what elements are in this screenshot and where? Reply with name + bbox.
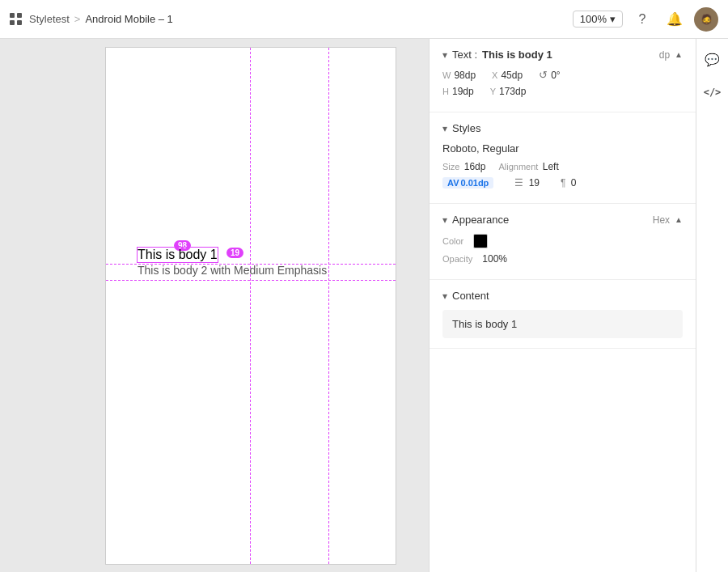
size-key: Size bbox=[442, 162, 459, 172]
avatar[interactable]: 🧔 bbox=[694, 7, 718, 32]
text-header: ▾ Text : This is body 1 dp ▲ bbox=[442, 49, 683, 61]
size-label: Size 16dp bbox=[442, 161, 485, 172]
canvas-text-body1[interactable]: This is body 1 bbox=[138, 248, 218, 262]
guide-horizontal-2 bbox=[106, 280, 396, 281]
zoom-selector[interactable]: 100% ▾ bbox=[573, 11, 623, 28]
guide-vertical-2 bbox=[328, 48, 329, 564]
appearance-label: Appearance bbox=[452, 214, 509, 226]
help-button[interactable]: ? bbox=[629, 6, 655, 32]
appearance-section: ▾ Appearance Hex ▲ Color Opacity 100% bbox=[430, 204, 696, 280]
appearance-collapse-icon[interactable]: ▾ bbox=[442, 214, 447, 226]
content-text-box[interactable]: This is body 1 bbox=[442, 310, 683, 338]
letter-spacing-value: 0.01dp bbox=[460, 178, 489, 188]
x-value[interactable]: 45dp bbox=[501, 70, 523, 81]
right-panel: ▾ Text : This is body 1 dp ▲ W 98dp X 45… bbox=[429, 39, 696, 572]
appearance-header: ▾ Appearance Hex ▲ bbox=[442, 214, 683, 226]
appearance-header-left: ▾ Appearance bbox=[442, 214, 509, 226]
appearance-header-right: Hex ▲ bbox=[653, 214, 683, 226]
height-item: H 19dp bbox=[442, 86, 474, 97]
text-label-value: This is body 1 bbox=[482, 49, 552, 61]
para-spacing-item: ¶ 0 bbox=[561, 177, 576, 189]
dimension-row-hy: H 19dp Y 173dp bbox=[442, 86, 683, 97]
rotate-icon[interactable]: ↺ bbox=[539, 69, 548, 81]
breadcrumb: Styletest > Android Mobile – 1 bbox=[29, 13, 173, 25]
font-name: Roboto, Regular bbox=[442, 142, 683, 155]
styles-collapse-icon[interactable]: ▾ bbox=[442, 123, 447, 134]
color-row: Color bbox=[442, 234, 683, 248]
breadcrumb-current[interactable]: Android Mobile – 1 bbox=[85, 13, 172, 25]
width-value[interactable]: 98dp bbox=[454, 70, 476, 81]
opacity-key: Opacity bbox=[442, 254, 472, 264]
alignment-value[interactable]: Left bbox=[543, 161, 559, 172]
height-value[interactable]: 19dp bbox=[452, 86, 474, 97]
canvas-text-body2: This is body 2 with Medium Emphasis bbox=[138, 264, 327, 277]
size-value[interactable]: 16dp bbox=[464, 161, 486, 172]
styles-label: Styles bbox=[452, 122, 480, 134]
hex-label: Hex bbox=[653, 214, 670, 226]
apps-icon[interactable] bbox=[10, 13, 23, 26]
line-height-icon: ☰ bbox=[514, 177, 523, 189]
width-item: W 98dp bbox=[442, 70, 476, 81]
breadcrumb-separator: > bbox=[74, 13, 81, 25]
content-header-left: ▾ Content bbox=[442, 290, 489, 302]
height-label: H bbox=[442, 87, 449, 96]
x-item: X 45dp bbox=[492, 70, 523, 81]
styles-header: ▾ Styles bbox=[442, 122, 683, 134]
appearance-expand-icon[interactable]: ▲ bbox=[675, 215, 683, 224]
bell-icon: 🔔 bbox=[667, 11, 683, 27]
line-height-value[interactable]: 19 bbox=[529, 177, 540, 189]
rotate-value[interactable]: 0° bbox=[551, 70, 560, 81]
alignment-key: Alignment bbox=[498, 162, 538, 172]
content-collapse-icon[interactable]: ▾ bbox=[442, 290, 447, 302]
text-header-right: dp ▲ bbox=[659, 49, 683, 61]
text-header-section: ▾ Text : This is body 1 dp ▲ W 98dp X 45… bbox=[430, 39, 696, 112]
y-value[interactable]: 173dp bbox=[499, 86, 526, 97]
styles-section: ▾ Styles Roboto, Regular Size 16dp Align… bbox=[430, 112, 696, 204]
text-label-prefix: Text : bbox=[452, 49, 477, 61]
styles-header-left: ▾ Styles bbox=[442, 122, 480, 134]
comment-button[interactable]: 💬 bbox=[700, 47, 726, 73]
zoom-chevron-icon: ▾ bbox=[610, 13, 616, 25]
x-label: X bbox=[492, 70, 497, 80]
letter-spacing-badge[interactable]: AV 0.01dp bbox=[442, 177, 493, 189]
text-expand-icon[interactable]: ▲ bbox=[675, 50, 683, 59]
opacity-value[interactable]: 100% bbox=[482, 253, 507, 265]
notification-button[interactable]: 🔔 bbox=[662, 6, 688, 32]
content-section: ▾ Content This is body 1 bbox=[430, 280, 696, 349]
zoom-value: 100% bbox=[580, 13, 607, 25]
topbar: Styletest > Android Mobile – 1 100% ▾ ? … bbox=[0, 0, 728, 39]
canvas-area[interactable]: 98 19 This is body 1 This is body 2 with… bbox=[0, 39, 429, 572]
right-icons-panel: 💬 </> bbox=[696, 39, 728, 572]
text-header-left: ▾ Text : This is body 1 bbox=[442, 49, 552, 61]
alignment-item: Alignment Left bbox=[498, 161, 558, 172]
color-swatch[interactable] bbox=[473, 234, 488, 248]
opacity-row: Opacity 100% bbox=[442, 253, 683, 265]
code-icon: </> bbox=[704, 87, 722, 98]
dimension-badge-height: 19 bbox=[226, 248, 243, 258]
style-size-row: Size 16dp Alignment Left bbox=[442, 161, 683, 172]
code-button[interactable]: </> bbox=[700, 79, 726, 105]
avatar-image: 🧔 bbox=[700, 14, 713, 25]
para-spacing-icon: ¶ bbox=[561, 177, 565, 189]
para-spacing-value[interactable]: 0 bbox=[571, 177, 577, 189]
content-label: Content bbox=[452, 290, 489, 302]
canvas-frame bbox=[105, 47, 396, 565]
width-label: W bbox=[442, 70, 451, 80]
style-spacing-row: AV 0.01dp ☰ 19 ¶ 0 bbox=[442, 177, 683, 189]
letter-spacing-icon: AV bbox=[447, 178, 459, 188]
y-label: Y bbox=[490, 87, 496, 96]
y-item: Y 173dp bbox=[490, 86, 527, 97]
unit-label: dp bbox=[659, 49, 670, 61]
main-layout: 98 19 This is body 1 This is body 2 with… bbox=[0, 39, 728, 572]
dimension-row-wx: W 98dp X 45dp ↺ 0° bbox=[442, 69, 683, 81]
comment-icon: 💬 bbox=[705, 53, 720, 67]
text-collapse-icon[interactable]: ▾ bbox=[442, 49, 447, 61]
guide-vertical-1 bbox=[250, 48, 251, 564]
rotate-item: ↺ 0° bbox=[539, 69, 560, 81]
help-icon: ? bbox=[639, 12, 646, 27]
content-header: ▾ Content bbox=[442, 290, 683, 302]
line-height-item: ☰ 19 bbox=[514, 177, 540, 189]
breadcrumb-root[interactable]: Styletest bbox=[29, 13, 70, 25]
color-key: Color bbox=[442, 236, 463, 246]
